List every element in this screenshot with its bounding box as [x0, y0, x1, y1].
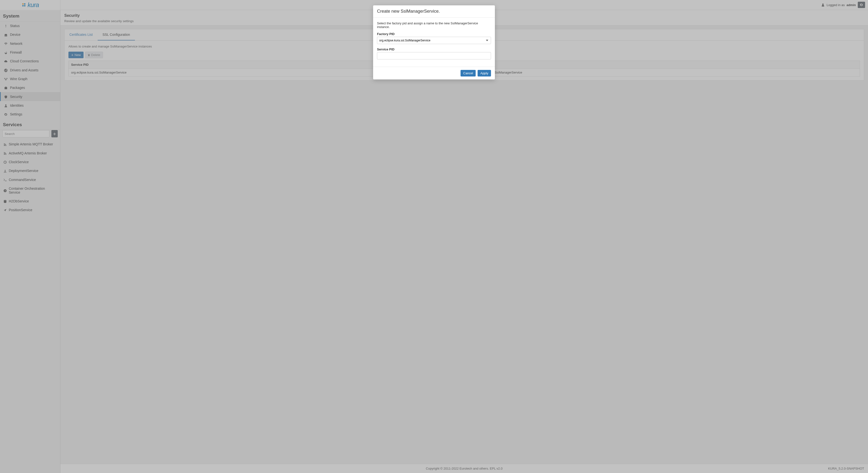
- service-pid-label: Service PID: [377, 48, 491, 51]
- create-service-modal: Create new SslManagerService. Select the…: [373, 5, 495, 80]
- modal-description: Select the factory pid and assign a name…: [377, 22, 491, 29]
- factory-pid-select[interactable]: org.eclipse.kura.ssl.SslManagerService: [377, 37, 491, 44]
- cancel-button[interactable]: Cancel: [461, 70, 476, 76]
- factory-pid-group: Factory PID org.eclipse.kura.ssl.SslMana…: [377, 32, 491, 44]
- service-pid-input[interactable]: [377, 52, 491, 59]
- factory-pid-label: Factory PID: [377, 32, 491, 36]
- modal-overlay[interactable]: Create new SslManagerService. Select the…: [0, 0, 868, 473]
- apply-button[interactable]: Apply: [477, 70, 491, 76]
- service-pid-group: Service PID: [377, 48, 491, 59]
- modal-title: Create new SslManagerService.: [377, 9, 491, 14]
- modal-body: Select the factory pid and assign a name…: [373, 18, 495, 67]
- modal-footer: Cancel Apply: [373, 67, 495, 80]
- modal-header: Create new SslManagerService.: [373, 5, 495, 18]
